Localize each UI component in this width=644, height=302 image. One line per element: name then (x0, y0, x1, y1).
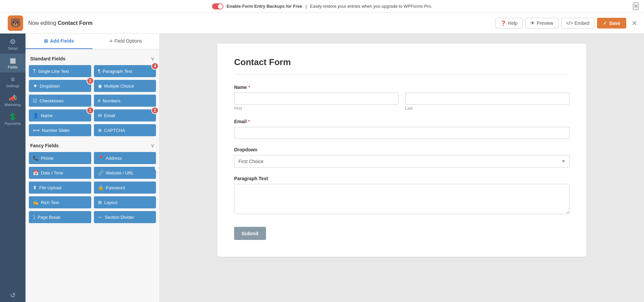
single-line-text-icon: T (33, 68, 36, 74)
field-btn-email[interactable]: ✉ Email 2 (94, 109, 156, 121)
name-field-icon: 👤 (33, 113, 39, 118)
sidebar-item-fields[interactable]: ▦ Fields (0, 54, 25, 72)
field-btn-page-break[interactable]: ⤵ Page Break (29, 211, 91, 223)
name-field-group: Name * First Last (234, 85, 570, 111)
name-required-star: * (248, 85, 250, 90)
main-header: 🐻 Now editing Contact Form ❓ Help 👁 Prev… (0, 13, 644, 34)
address-label: Address (106, 156, 122, 161)
save-button[interactable]: ✓ Save (597, 18, 626, 29)
field-btn-rich-text[interactable]: ✍ Rich Text (29, 196, 91, 208)
sidebar-item-history[interactable]: ↺ (0, 289, 25, 302)
file-upload-label: File Upload (39, 185, 61, 190)
paragraph-text-label: Paragraph Text (234, 176, 570, 181)
field-btn-dropdown[interactable]: ▼ Dropdown 3 (29, 80, 91, 92)
field-btn-phone[interactable]: 📞 Phone (29, 152, 91, 164)
editing-prefix: Now editing (28, 20, 56, 26)
close-button[interactable]: ✕ (632, 20, 637, 27)
field-btn-section-divider[interactable]: ↔ Section Divider (94, 211, 156, 223)
numbers-label: Numbers (103, 98, 120, 103)
field-btn-layout[interactable]: ⊞ Layout (94, 196, 156, 208)
fancy-fields-title: Fancy Fields (30, 143, 59, 148)
website-url-icon: 🔗 (98, 170, 104, 175)
setup-icon: ⚙ (10, 38, 16, 45)
field-btn-file-upload[interactable]: ⬆ File Upload (29, 182, 91, 194)
field-btn-captcha[interactable]: ⊕ CAPTCHA (94, 124, 156, 136)
field-btn-date-time[interactable]: 📅 Date / Time (29, 167, 91, 179)
paragraph-textarea[interactable] (234, 184, 570, 214)
fields-scroll[interactable]: Standard Fields ∨ T Single Line Text ¶ P… (25, 49, 159, 302)
code-icon: </> (566, 20, 573, 26)
tab-add-fields[interactable]: ⊞ Add Fields (25, 34, 93, 49)
sidebar-item-marketing[interactable]: 📣 Marketing (0, 91, 25, 110)
paragraph-text-label: Paragraph Text (103, 69, 132, 74)
name-field-label: Name (41, 113, 53, 118)
name-last-input[interactable] (405, 93, 570, 105)
header-actions: ❓ Help 👁 Preview </> Embed ✓ Save ✕ (495, 18, 637, 29)
standard-chevron-icon[interactable]: ∨ (151, 55, 155, 62)
multiple-choice-icon: ◉ (98, 83, 102, 89)
field-btn-address[interactable]: 📍 Address (94, 152, 156, 164)
website-url-label: Website / URL (106, 170, 134, 175)
backup-toggle[interactable] (212, 3, 223, 9)
embed-button[interactable]: </> Embed (561, 18, 595, 29)
preview-label: Preview (537, 20, 553, 26)
notif-toggle-label: Enable Form Entry Backups for Free (227, 4, 302, 9)
dropdown-badge: 3 (87, 77, 94, 85)
field-btn-password[interactable]: 🔒 Password (94, 182, 156, 194)
fields-icon: ▦ (10, 57, 16, 64)
standard-fields-title: Standard Fields (30, 56, 65, 61)
sidebar-item-payments[interactable]: 💲 Payments (0, 110, 25, 129)
fancy-fields-grid: 📞 Phone 📍 Address 📅 Date / Time 🔗 Websit… (29, 152, 156, 223)
field-btn-name[interactable]: 👤 Name 1 (29, 109, 91, 121)
standard-fields-section-header: Standard Fields ∨ (29, 53, 156, 65)
email-label: Email * (234, 119, 570, 124)
layout-icon: ⊞ (98, 200, 102, 205)
date-time-label: Date / Time (41, 170, 63, 175)
notif-description: Easily restore your entries when you upg… (310, 4, 432, 9)
field-btn-checkboxes[interactable]: ☑ Checkboxes (29, 95, 91, 107)
notif-close-button[interactable]: ✕ (633, 2, 639, 10)
sidebar-label-payments: Payments (5, 121, 21, 125)
email-field-label: Email (104, 113, 115, 118)
name-first-input[interactable] (234, 93, 398, 105)
fields-panel: ⊞ Add Fields ≡ Field Options Standard Fi… (25, 34, 160, 302)
logo-bear-icon: 🐻 (8, 15, 23, 31)
field-btn-paragraph-text[interactable]: ¶ Paragraph Text 4 (94, 65, 156, 77)
layout-label: Layout (104, 200, 117, 205)
page-break-label: Page Break (38, 215, 60, 220)
name-last-col: Last (405, 93, 570, 111)
tab-add-fields-label: Add Fields (50, 38, 74, 44)
email-input[interactable] (234, 127, 570, 139)
field-btn-website-url[interactable]: 🔗 Website / URL (94, 167, 156, 179)
field-btn-multiple-choice[interactable]: ◉ Multiple Choice (94, 80, 156, 92)
rich-text-icon: ✍ (33, 200, 39, 205)
help-button[interactable]: ❓ Help (495, 18, 523, 29)
field-btn-number-slider[interactable]: ⟺ Number Slider (29, 124, 91, 136)
tab-field-options[interactable]: ≡ Field Options (93, 34, 160, 49)
name-badge: 1 (87, 107, 94, 114)
sidebar-item-setup[interactable]: ⚙ Setup (0, 35, 25, 54)
submit-button[interactable]: Submit (234, 227, 266, 240)
app-logo: 🐻 (7, 14, 24, 32)
help-label: Help (508, 20, 518, 26)
fancy-chevron-icon[interactable]: ∨ (151, 142, 155, 149)
fields-tabs: ⊞ Add Fields ≡ Field Options (25, 34, 159, 49)
help-icon: ❓ (500, 20, 506, 26)
numbers-icon: # (98, 98, 101, 103)
password-icon: 🔒 (98, 185, 104, 190)
eye-icon: 👁 (530, 20, 535, 26)
icon-sidebar: ⚙ Setup ▦ Fields ≡ Settings 📣 Marketing … (0, 34, 25, 302)
field-btn-numbers[interactable]: # Numbers (94, 95, 156, 107)
standard-fields-grid: T Single Line Text ¶ Paragraph Text 4 ▼ … (29, 65, 156, 136)
add-fields-icon: ⊞ (44, 38, 48, 44)
sidebar-item-settings[interactable]: ≡ Settings (0, 72, 25, 91)
dropdown-select[interactable]: First Choice (234, 155, 570, 168)
email-field-group: Email * (234, 119, 570, 139)
dropdown-field-group: Dropdown First Choice (234, 147, 570, 168)
sidebar-label-settings: Settings (6, 84, 19, 88)
marketing-icon: 📣 (9, 95, 17, 101)
notification-bar: Enable Form Entry Backups for Free | Eas… (0, 0, 644, 13)
preview-button[interactable]: 👁 Preview (525, 18, 558, 29)
tab-field-options-label: Field Options (114, 38, 142, 44)
field-btn-single-line-text[interactable]: T Single Line Text (29, 65, 91, 77)
